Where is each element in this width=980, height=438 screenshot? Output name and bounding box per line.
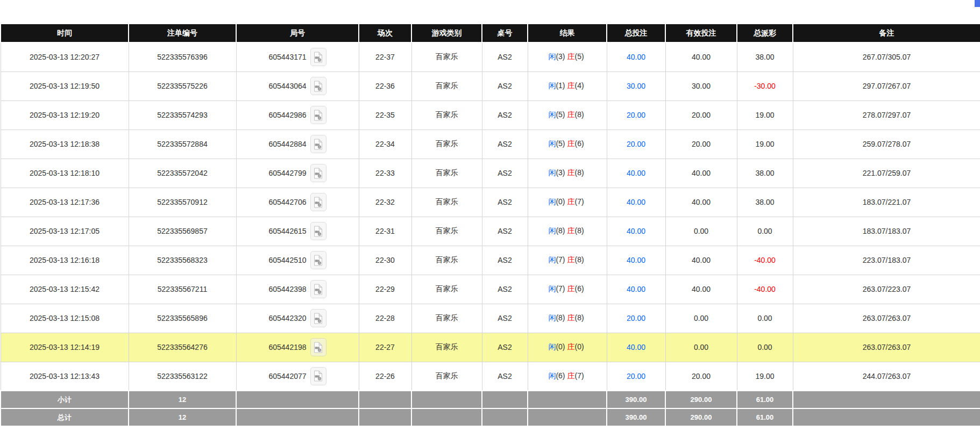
round-number: 605443171 (268, 53, 306, 61)
player-result-score: (5) (556, 110, 565, 119)
col-header-total-bet: 总投注 (607, 24, 665, 42)
total-bet-link[interactable]: 20.00 (627, 111, 645, 119)
summary-valid-bet: 290.00 (665, 408, 737, 426)
video-replay-button[interactable] (310, 222, 326, 240)
cell-time: 2025-03-13 12:19:20 (1, 100, 129, 130)
betting-records-page: 时间 注单编号 局号 场次 游戏类别 桌号 结果 总投注 有效投注 总派彩 备注… (0, 0, 980, 438)
cell-round-id: 605443171 (236, 42, 359, 71)
cell-game-type: 百家乐 (411, 42, 482, 71)
cell-session: 22-33 (359, 159, 411, 188)
cell-bet-id: 522335567211 (129, 275, 236, 304)
video-replay-button[interactable] (310, 309, 326, 327)
video-file-icon (314, 197, 323, 208)
player-result-score: (8) (556, 226, 565, 235)
table-row: 2025-03-13 12:15:42 522335567211 6054423… (1, 275, 980, 304)
banker-result-score: (6) (575, 284, 584, 293)
cell-round-id: 605442986 (236, 100, 359, 130)
summary-row: 总计 12 390.00 290.00 61.00 (1, 408, 980, 426)
cell-valid-bet: 20.00 (665, 362, 737, 391)
player-result-label: 闲 (548, 342, 556, 351)
cell-remark: 263.07/223.07 (793, 275, 980, 304)
video-replay-button[interactable] (310, 193, 326, 211)
round-number: 605442077 (268, 372, 306, 380)
cell-bet-id: 522335568323 (129, 246, 236, 275)
cell-bet-id: 522335563122 (129, 362, 236, 391)
summary-empty-cell (411, 391, 482, 408)
table-row: 2025-03-13 12:19:20 522335574293 6054429… (1, 100, 980, 130)
total-bet-link[interactable]: 40.00 (627, 53, 645, 61)
video-replay-button[interactable] (310, 77, 326, 95)
banker-result-score: (5) (575, 52, 584, 61)
cell-total-bet: 20.00 (607, 362, 665, 391)
summary-empty-cell (793, 408, 980, 426)
cell-total-payout: -30.00 (737, 71, 793, 100)
cell-total-payout: -40.00 (737, 246, 793, 275)
cell-result: 闲(5)庄(6) (528, 130, 607, 159)
cell-table-no: AS2 (482, 159, 528, 188)
video-replay-button[interactable] (310, 135, 326, 153)
total-bet-link[interactable]: 40.00 (627, 198, 645, 206)
cell-time: 2025-03-13 12:18:10 (1, 159, 129, 188)
table-row: 2025-03-13 12:15:08 522335565896 6054423… (1, 304, 980, 333)
video-replay-button[interactable] (310, 106, 326, 124)
player-result-label: 闲 (548, 284, 556, 293)
cell-round-id: 605442320 (236, 304, 359, 333)
video-file-icon (314, 52, 323, 63)
cell-total-payout: 19.00 (737, 130, 793, 159)
cell-round-id: 605442706 (236, 188, 359, 217)
player-result-label: 闲 (548, 52, 556, 61)
summary-empty-cell (482, 391, 528, 408)
blue-scroll-fragment[interactable] (975, 0, 980, 7)
table-row: 2025-03-13 12:13:43 522335563122 6054420… (1, 362, 980, 391)
video-replay-button[interactable] (310, 338, 326, 356)
cell-table-no: AS2 (482, 362, 528, 391)
total-bet-link[interactable]: 40.00 (627, 285, 645, 293)
total-bet-link[interactable]: 40.00 (627, 169, 645, 177)
cell-time: 2025-03-13 12:14:19 (1, 333, 129, 362)
total-bet-link[interactable]: 30.00 (627, 82, 645, 90)
cell-result: 闲(0)庄(7) (528, 188, 607, 217)
cell-total-bet: 40.00 (607, 275, 665, 304)
banker-result-label: 庄 (567, 197, 575, 206)
summary-empty-cell (528, 408, 607, 426)
cell-session: 22-27 (359, 333, 411, 362)
total-bet-link[interactable]: 40.00 (627, 227, 645, 235)
video-replay-button[interactable] (310, 367, 326, 385)
cell-remark: 278.07/297.07 (793, 100, 980, 130)
video-file-icon (314, 342, 323, 353)
cell-result: 闲(6)庄(7) (528, 362, 607, 391)
cell-game-type: 百家乐 (411, 333, 482, 362)
cell-bet-id: 522335576396 (129, 42, 236, 71)
video-replay-button[interactable] (310, 164, 326, 182)
player-result-score: (8) (556, 313, 565, 322)
banker-result-label: 庄 (567, 284, 575, 293)
video-replay-button[interactable] (310, 251, 326, 269)
col-header-session: 场次 (359, 24, 411, 42)
player-result-label: 闲 (548, 255, 556, 264)
cell-remark: 259.07/278.07 (793, 130, 980, 159)
banker-result-score: (0) (575, 342, 584, 351)
cell-total-bet: 20.00 (607, 130, 665, 159)
banker-result-label: 庄 (567, 342, 575, 351)
banker-result-label: 庄 (567, 313, 575, 322)
total-bet-link[interactable]: 40.00 (627, 343, 645, 351)
total-bet-link[interactable]: 40.00 (627, 256, 645, 264)
summary-empty-cell (482, 408, 528, 426)
video-replay-button[interactable] (310, 48, 326, 66)
total-bet-link[interactable]: 20.00 (627, 372, 645, 380)
cell-bet-id: 522335570912 (129, 188, 236, 217)
round-number: 605442986 (268, 111, 306, 119)
cell-session: 22-29 (359, 275, 411, 304)
cell-time: 2025-03-13 12:18:38 (1, 130, 129, 159)
summary-row: 小计 12 390.00 290.00 61.00 (1, 391, 980, 408)
video-replay-button[interactable] (310, 280, 326, 298)
total-bet-link[interactable]: 20.00 (627, 314, 645, 322)
cell-table-no: AS2 (482, 333, 528, 362)
table-header-row: 时间 注单编号 局号 场次 游戏类别 桌号 结果 总投注 有效投注 总派彩 备注 (1, 24, 980, 42)
cell-round-id: 605442615 (236, 217, 359, 246)
cell-game-type: 百家乐 (411, 362, 482, 391)
cell-bet-id: 522335564276 (129, 333, 236, 362)
total-bet-link[interactable]: 20.00 (627, 140, 645, 148)
cell-valid-bet: 0.00 (665, 217, 737, 246)
summary-total-bet: 390.00 (607, 408, 665, 426)
